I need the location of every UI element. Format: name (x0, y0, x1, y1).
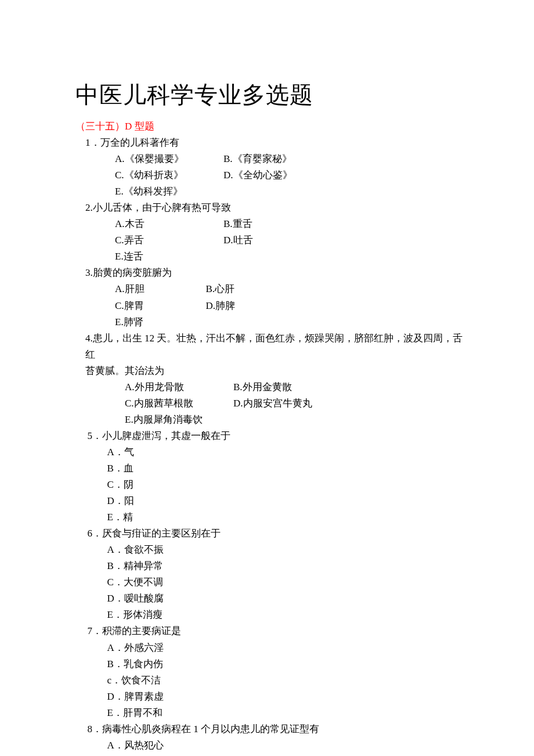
option-row: C.内服茜草根散D.内服安宫牛黄丸 (75, 395, 470, 412)
page-title: 中医儿科学专业多选题 (75, 75, 470, 114)
option-row: E.肺肾 (75, 314, 470, 330)
question-stem: 4.患儿，出生 12 天。壮热，汗出不解，面色红赤，烦躁哭闹，脐部红肿，波及四周… (75, 330, 470, 363)
option: E.连舌 (115, 249, 223, 265)
option: A．风热犯心 (75, 737, 470, 754)
option-row: C.弄舌D.吐舌 (75, 232, 470, 249)
option: E．肝胃不和 (75, 705, 470, 721)
option-row: A.肝胆B.心肝 (75, 281, 470, 297)
option-row: C.《幼科折衷》D.《全幼心鉴》 (75, 167, 470, 183)
option: D.《全幼心鉴》 (223, 167, 332, 183)
option: B．痰瘀阻络 (75, 754, 470, 756)
option-row: E.连舌 (75, 249, 470, 265)
option: c．饮食不洁 (75, 672, 470, 689)
question-stem: 5．小儿脾虚泄泻，其虚一般在于 (75, 428, 470, 444)
option: A.《保婴撮要》 (115, 151, 223, 167)
questions-container: 1．万全的儿科著作有A.《保婴撮要》B.《育婴家秘》C.《幼科折衷》D.《全幼心… (75, 135, 470, 756)
option: D．嗳吐酸腐 (75, 591, 470, 607)
option: A.肝胆 (115, 281, 205, 297)
option: A．外感六淫 (75, 640, 470, 656)
option: D.吐舌 (223, 232, 332, 249)
option: A．食欲不振 (75, 542, 470, 558)
option-row: A.外用龙骨散B.外用金黄散 (75, 379, 470, 395)
option: B.《育婴家秘》 (223, 151, 332, 167)
option: C．大便不调 (75, 574, 470, 591)
option: E．精 (75, 509, 470, 525)
option: B.外用金黄散 (233, 379, 342, 395)
option-row: A.木舌B.重舌 (75, 216, 470, 232)
option: A．气 (75, 444, 470, 460)
option: D．脾胃素虚 (75, 689, 470, 705)
question-stem: 8．病毒性心肌炎病程在 1 个月以内患儿的常见证型有 (75, 721, 470, 737)
option: D.内服安宫牛黄丸 (233, 395, 342, 412)
option: B．血 (75, 460, 470, 477)
question-stem: 2.小儿舌体，由于心脾有热可导致 (75, 200, 470, 216)
question-stem: 6．厌食与疳证的主要区别在于 (75, 525, 470, 542)
option: D．阳 (75, 493, 470, 509)
option: E．形体消瘦 (75, 607, 470, 623)
option: D.肺脾 (205, 298, 314, 314)
section-header: （三十五）D 型题 (75, 118, 470, 135)
option: C.弄舌 (115, 232, 223, 249)
option: B.重舌 (223, 216, 332, 232)
question-stem: 7．积滞的主要病证是 (75, 623, 470, 639)
option: C.内服茜草根散 (125, 395, 233, 412)
option-row: E.《幼科发挥》 (75, 183, 470, 200)
option: A.木舌 (115, 216, 223, 232)
option: E.内服犀角消毒饮 (125, 412, 233, 428)
option-row: E.内服犀角消毒饮 (75, 412, 470, 428)
option: B．乳食内伤 (75, 656, 470, 672)
question-stem: 3.胎黄的病变脏腑为 (75, 265, 470, 281)
question-stem: 1．万全的儿科著作有 (75, 135, 470, 151)
option: B．精神异常 (75, 558, 470, 574)
option: C.脾胃 (115, 298, 205, 314)
option: E.《幼科发挥》 (115, 183, 223, 200)
option-row: C.脾胃D.肺脾 (75, 298, 470, 314)
option: A.外用龙骨散 (125, 379, 233, 395)
option: E.肺肾 (115, 314, 205, 330)
option: B.心肝 (205, 281, 314, 297)
option-row: A.《保婴撮要》B.《育婴家秘》 (75, 151, 470, 167)
option: C．阴 (75, 477, 470, 493)
question-stem-cont: 苔黄腻。其治法为 (75, 363, 470, 379)
option: C.《幼科折衷》 (115, 167, 223, 183)
